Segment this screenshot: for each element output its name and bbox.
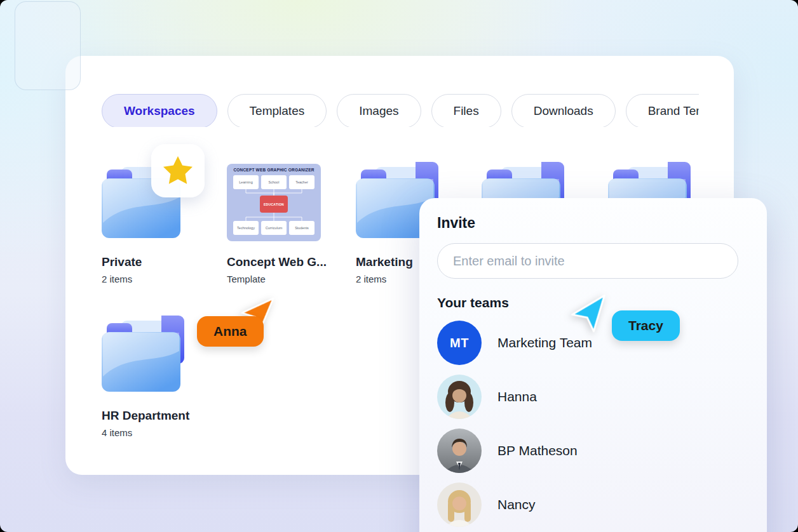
thumbnail-center-node: EDUCATION (260, 196, 288, 213)
avatar-hanna (437, 375, 482, 419)
star-icon (160, 153, 196, 189)
tab-templates[interactable]: Templates (227, 94, 327, 127)
tab-downloads[interactable]: Downloads (511, 94, 616, 127)
folder-icon (102, 316, 187, 393)
tab-images[interactable]: Images (337, 94, 421, 127)
invite-panel: Invite Your teams MT Marketing Team (419, 198, 767, 532)
thumbnail-node: Learning (233, 175, 259, 189)
favorite-badge (151, 144, 205, 197)
folder-item-count: 2 items (102, 274, 197, 284)
template-tile-concept-web[interactable]: CONCEPT WEB GRAPHIC ORGANIZER Learning S… (227, 164, 328, 284)
avatar-marketing-team: MT (437, 321, 482, 365)
invite-email-input[interactable] (437, 243, 738, 279)
thumbnail-node: Teacher (289, 175, 314, 189)
folder-tile-private[interactable]: Private 2 items (102, 162, 197, 284)
app-window: Workspaces Templates Images Files Downlo… (0, 0, 798, 532)
thumbnail-node: Curriculum (261, 221, 287, 235)
folder-name: HR Department (102, 409, 197, 423)
folder-tile-hr-department[interactable]: HR Department 4 items (102, 316, 197, 438)
cursor-name-tag: Anna (197, 316, 264, 347)
cursor-name-tag: Tracy (612, 310, 680, 341)
folder-item-count: 4 items (102, 427, 197, 438)
invite-panel-title: Invite (437, 215, 749, 232)
avatar-nancy (437, 482, 482, 527)
tab-files[interactable]: Files (431, 94, 501, 127)
portrait-bp-matheson-icon (437, 429, 482, 473)
background-ghost-panel (15, 1, 81, 90)
template-thumbnail: CONCEPT WEB GRAPHIC ORGANIZER Learning S… (227, 164, 321, 241)
tab-bar: Workspaces Templates Images Files Downlo… (102, 94, 699, 127)
tab-brand-templates[interactable]: Brand Temp (626, 94, 699, 127)
team-row-bp-matheson[interactable]: BP Matheson (437, 429, 749, 473)
tab-workspaces[interactable]: Workspaces (102, 94, 217, 127)
folder-name: Private (102, 255, 197, 269)
thumbnail-node: School (261, 175, 287, 189)
template-name: Concept Web G... (227, 255, 328, 269)
avatar-bp-matheson (437, 429, 482, 473)
thumbnail-node: Technology (233, 221, 259, 235)
avatar-initials: MT (450, 336, 469, 350)
member-name: Marketing Team (497, 335, 592, 350)
member-name: Hanna (497, 389, 537, 404)
team-member-list: MT Marketing Team Hanna (437, 321, 749, 527)
team-row-nancy[interactable]: Nancy (437, 482, 749, 527)
portrait-nancy-icon (437, 482, 482, 527)
team-row-hanna[interactable]: Hanna (437, 375, 749, 419)
member-name: Nancy (497, 497, 536, 512)
thumbnail-node: Students (289, 221, 314, 235)
member-name: BP Matheson (497, 443, 578, 458)
portrait-hanna-icon (437, 375, 482, 419)
template-type: Template (227, 274, 328, 284)
